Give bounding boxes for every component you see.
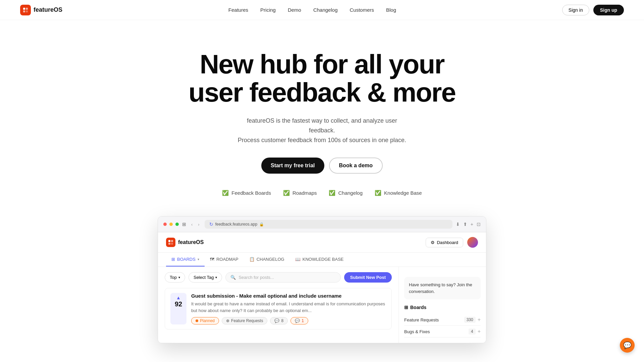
chat-bubble[interactable]: 💬 [620, 338, 635, 353]
app-header: featureOS ⚙ Dashboard [158, 232, 486, 253]
browser-bar: ⊞ ‹ › ↻ feedback.featureos.app 🔒 ⬇ ⬆ + ⊡ [158, 217, 486, 232]
browser-controls [163, 223, 179, 226]
logo-icon [20, 5, 31, 15]
score-icon: 💬 [295, 318, 300, 323]
svg-rect-1 [26, 8, 28, 10]
browser-url-bar[interactable]: ↻ feedback.featureos.app 🔒 [205, 220, 452, 229]
nav-actions: Sign in Sign up [562, 5, 624, 15]
upvote-icon: ▲ [176, 295, 181, 300]
svg-rect-7 [171, 243, 173, 245]
tab-changelog[interactable]: 📋 CHANGELOG [244, 253, 290, 266]
feature-badges: ✅ Feedback Boards ✅ Roadmaps ✅ Changelog… [13, 190, 631, 196]
boards-icon: ⊞ [171, 257, 175, 262]
nav-customers[interactable]: Customers [350, 7, 374, 13]
feature-requests-count: 330 [464, 317, 476, 323]
lock-icon: 🔒 [259, 222, 264, 227]
app-header-right: ⚙ Dashboard [426, 237, 478, 248]
tag-score[interactable]: 💬 1 [290, 317, 308, 324]
browser-mockup: ⊞ ‹ › ↻ feedback.featureos.app 🔒 ⬇ ⬆ + ⊡ [158, 216, 486, 343]
sidebar-toggle-icon[interactable]: ⊞ [182, 222, 186, 227]
svg-rect-0 [23, 8, 25, 10]
svg-rect-2 [23, 10, 25, 12]
svg-rect-5 [171, 240, 173, 242]
nav-demo[interactable]: Demo [288, 7, 301, 13]
logo[interactable]: featureOS [20, 5, 62, 15]
tag-feature-requests[interactable]: ⊕ Feature Requests [222, 317, 267, 324]
sidebar-boards-section: ⊞ Boards Feature Requests 330 + Bugs & F… [404, 305, 481, 338]
planned-dot [196, 319, 198, 322]
signin-button[interactable]: Sign in [562, 5, 589, 15]
boards-sidebar-icon: ⊞ [404, 305, 408, 310]
browser-back-icon[interactable]: ‹ [190, 221, 194, 228]
submit-post-button[interactable]: Submit New Post [344, 272, 392, 283]
app-logo-icon [166, 238, 175, 247]
tag-planned[interactable]: Planned [191, 317, 219, 324]
app-logo: featureOS [166, 238, 204, 247]
hero-buttons: Start my free trial Book a demo [13, 158, 631, 174]
vote-box[interactable]: ▲ 92 [170, 293, 186, 324]
browser-forward-icon[interactable]: › [196, 221, 201, 228]
chat-icon: 💬 [623, 341, 632, 349]
post-body: Guest submission - Make email optional a… [191, 293, 386, 324]
add-board-icon-2[interactable]: + [478, 328, 481, 335]
navbar: featureOS Features Pricing Demo Changelo… [0, 0, 644, 20]
nav-changelog[interactable]: Changelog [313, 7, 338, 13]
browser-maximize-btn[interactable] [175, 223, 179, 226]
post-item[interactable]: ▲ 92 Guest submission - Make email optio… [165, 288, 392, 329]
browser-nav-buttons: ‹ › [190, 221, 201, 228]
tag-comments[interactable]: 💬 8 [270, 317, 288, 324]
tab-boards[interactable]: ⊞ BOARDS ▾ [166, 253, 205, 266]
hero-headline: New hub for all your user feedback & mor… [171, 50, 473, 107]
board-bugs-fixes[interactable]: Bugs & Fixes 4 + [404, 326, 481, 338]
svg-rect-4 [168, 240, 170, 242]
nav-blog[interactable]: Blog [386, 7, 396, 13]
filter-bar: Top ▾ Select Tag ▾ 🔍 Search for posts...… [165, 272, 392, 283]
check-icon-4: ✅ [375, 190, 381, 196]
sort-filter-button[interactable]: Top ▾ [165, 272, 185, 283]
board-feature-requests[interactable]: Feature Requests 330 + [404, 314, 481, 326]
post-title: Guest submission - Make email optional a… [191, 293, 386, 299]
tab-roadmap[interactable]: 🗺 ROADMAP [205, 253, 244, 266]
sort-dropdown-icon: ▾ [178, 276, 180, 279]
badge-changelog: ✅ Changelog [329, 190, 363, 196]
nav-features[interactable]: Features [228, 7, 248, 13]
browser-action-buttons: ⬇ ⬆ + ⊡ [456, 222, 481, 227]
sidebar-cta: Have something to say? Join the conversa… [404, 277, 481, 299]
browser-minimize-btn[interactable] [169, 223, 173, 226]
browser-mockup-wrapper: ⊞ ‹ › ↻ feedback.featureos.app 🔒 ⬇ ⬆ + ⊡ [0, 216, 644, 362]
app-name: featureOS [178, 239, 204, 245]
hero-section: New hub for all your user feedback & mor… [0, 20, 644, 216]
url-text: feedback.featureos.app [215, 222, 257, 227]
add-board-icon-1[interactable]: + [478, 317, 481, 323]
badge-roadmaps: ✅ Roadmaps [283, 190, 317, 196]
share-icon[interactable]: ⬆ [463, 222, 467, 227]
demo-button[interactable]: Book a demo [329, 158, 383, 174]
download-icon[interactable]: ⬇ [456, 222, 460, 227]
user-avatar[interactable] [467, 237, 478, 248]
comment-icon: 💬 [274, 318, 279, 323]
svg-rect-3 [26, 10, 28, 12]
feature-icon: ⊕ [226, 318, 229, 323]
app-nav-tabs: ⊞ BOARDS ▾ 🗺 ROADMAP 📋 CHANGELOG 📖 KNOWL… [158, 253, 486, 267]
tag-dropdown-icon: ▾ [215, 276, 217, 279]
nav-links: Features Pricing Demo Changelog Customer… [228, 7, 396, 13]
check-icon-3: ✅ [329, 190, 335, 196]
post-description: It would be great to have a name instead… [191, 301, 386, 314]
tag-filter-button[interactable]: Select Tag ▾ [189, 272, 222, 283]
signup-button[interactable]: Sign up [593, 5, 624, 15]
browser-close-btn[interactable] [163, 223, 167, 226]
sidebar-boards-title: ⊞ Boards [404, 305, 481, 310]
svg-rect-6 [168, 243, 170, 245]
post-tags: Planned ⊕ Feature Requests 💬 8 [191, 317, 386, 324]
dashboard-button[interactable]: ⚙ Dashboard [426, 238, 463, 247]
vote-count: 92 [175, 300, 182, 308]
nav-pricing[interactable]: Pricing [260, 7, 276, 13]
trial-button[interactable]: Start my free trial [261, 158, 324, 174]
more-icon[interactable]: ⊡ [477, 222, 481, 227]
boards-sidebar: Have something to say? Join the conversa… [399, 267, 486, 343]
search-icon: 🔍 [230, 275, 236, 280]
add-tab-icon[interactable]: + [471, 222, 473, 227]
search-box[interactable]: 🔍 Search for posts... [225, 272, 340, 283]
bugs-fixes-count: 4 [469, 328, 476, 335]
tab-knowledge-base[interactable]: 📖 KNOWLEDGE BASE [290, 253, 349, 266]
